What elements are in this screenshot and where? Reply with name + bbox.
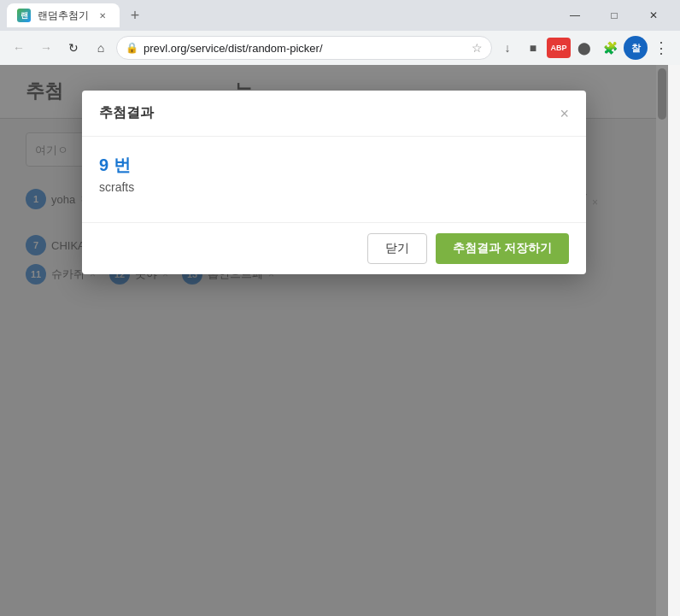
back-btn[interactable]: ← bbox=[7, 36, 31, 60]
forward-btn[interactable]: → bbox=[34, 36, 58, 60]
circle-extension[interactable]: ⬤ bbox=[572, 36, 596, 60]
modal-body: 9 번 scrafts bbox=[82, 137, 586, 222]
maximize-btn[interactable]: □ bbox=[595, 0, 634, 31]
tab-title: 랜덤추첨기 bbox=[38, 9, 89, 23]
new-tab-btn[interactable]: + bbox=[123, 3, 147, 27]
bookmark-icon[interactable]: ☆ bbox=[472, 41, 483, 55]
close-btn[interactable]: ✕ bbox=[634, 0, 673, 31]
lock-icon: 🔒 bbox=[126, 42, 138, 54]
abp-extension[interactable]: ABP bbox=[547, 38, 571, 58]
user-avatar[interactable]: 찰 bbox=[624, 36, 648, 60]
result-number: 9 번 bbox=[99, 154, 569, 177]
minimize-btn[interactable]: — bbox=[555, 0, 595, 31]
result-modal: 추첨결과 × 9 번 scrafts 닫기 추첨결과 저장하기 bbox=[82, 91, 586, 274]
puzzle-extension[interactable]: 🧩 bbox=[598, 36, 622, 60]
modal-overlay: 추첨결과 × 9 번 scrafts 닫기 추첨결과 저장하기 bbox=[0, 65, 668, 616]
download-icon[interactable]: ↓ bbox=[495, 36, 519, 60]
window-controls: — □ ✕ bbox=[555, 0, 673, 31]
reload-btn[interactable]: ↻ bbox=[62, 36, 85, 60]
home-btn[interactable]: ⌂ bbox=[89, 36, 113, 60]
modal-header: 추첨결과 × bbox=[82, 91, 586, 137]
tab-close-btn[interactable]: ✕ bbox=[96, 9, 109, 22]
address-bar[interactable]: 🔒 prevl.org/service/dist/random-picker/ … bbox=[116, 36, 492, 60]
modal-close-icon[interactable]: × bbox=[560, 106, 569, 121]
menu-btn[interactable]: ⋮ bbox=[649, 36, 673, 60]
result-name: scrafts bbox=[99, 180, 569, 194]
browser-toolbar: ↓ ■ ABP ⬤ 🧩 찰 ⋮ bbox=[495, 36, 673, 60]
cancel-button[interactable]: 닫기 bbox=[367, 233, 427, 264]
browser-chrome: 랜 랜덤추첨기 ✕ + — □ ✕ ← → ↻ ⌂ 🔒 prevl.org/se… bbox=[0, 0, 680, 65]
title-bar: 랜 랜덤추첨기 ✕ + — □ ✕ bbox=[0, 0, 680, 31]
url-text: prevl.org/service/dist/random-picker/ bbox=[144, 42, 466, 55]
nav-bar: ← → ↻ ⌂ 🔒 prevl.org/service/dist/random-… bbox=[0, 31, 680, 65]
page-inner: 추첨능 기능 1 yoha × 2 norinori × bbox=[0, 65, 668, 616]
page-content: 추첨능 기능 1 yoha × 2 norinori × bbox=[0, 65, 680, 616]
browser-tab[interactable]: 랜 랜덤추첨기 ✕ bbox=[7, 3, 120, 27]
tab-favicon: 랜 bbox=[17, 9, 31, 22]
save-button[interactable]: 추첨결과 저장하기 bbox=[436, 233, 569, 264]
modal-footer: 닫기 추첨결과 저장하기 bbox=[82, 222, 586, 274]
history-icon[interactable]: ■ bbox=[521, 36, 545, 60]
modal-title: 추첨결과 bbox=[99, 104, 154, 122]
